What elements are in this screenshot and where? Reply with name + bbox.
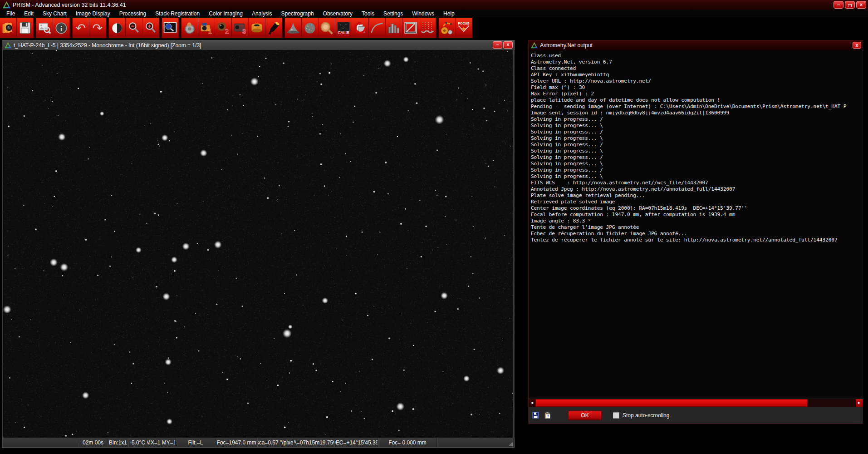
resize-grip[interactable] — [508, 442, 513, 446]
image-window-titlebar[interactable]: t_HAT-P-24b_L-5 | 3354x2529 - Monochrome… — [2, 40, 515, 50]
console-line: Class used — [531, 53, 863, 59]
star-field-image[interactable] — [3, 50, 513, 438]
mirror-icon[interactable] — [319, 18, 335, 38]
menu-processing[interactable]: Processing — [115, 10, 151, 18]
console-line: Echec de récuperation du fichier image J… — [531, 231, 863, 237]
menu-image-display[interactable]: Image Display — [71, 10, 115, 18]
image-inspect-icon[interactable] — [36, 18, 53, 38]
menu-tools[interactable]: Tools — [357, 10, 379, 18]
telescope-icon[interactable] — [265, 18, 282, 38]
open-image-icon[interactable] — [0, 18, 17, 38]
menu-color-imaging[interactable]: Color Imaging — [204, 10, 247, 18]
psf-peak-icon[interactable] — [285, 18, 302, 38]
scroll-right-arrow[interactable]: ► — [856, 399, 863, 407]
save-log-icon[interactable] — [532, 412, 539, 419]
grinding-wheel-icon[interactable] — [181, 18, 198, 38]
menu-help[interactable]: Help — [439, 10, 459, 18]
console-line: Field max (°) : 30 — [531, 84, 863, 91]
console-line: Plate solve image retrieval pending... — [531, 192, 863, 199]
astrometry-close-button[interactable]: x — [853, 42, 861, 49]
scrollbar-thumb[interactable] — [535, 399, 808, 407]
desktop: t_HAT-P-24b_L-5 | 3354x2529 - Monochrome… — [0, 38, 868, 454]
info-icon[interactable]: i — [53, 18, 70, 38]
image-minimize-button[interactable]: – — [493, 41, 502, 49]
console-line: Retrieved plate solved image — [531, 199, 863, 205]
toolbar-group: CALIB — [285, 18, 436, 38]
menu-analysis[interactable]: Analysis — [247, 10, 277, 18]
svg-text:↷: ↷ — [93, 21, 103, 35]
crop-frame-icon[interactable] — [402, 18, 419, 38]
svg-text:1: 1 — [208, 28, 212, 35]
menu-spectrograph[interactable]: Spectrograph — [277, 10, 319, 18]
menu-windows[interactable]: Windows — [407, 10, 439, 18]
autofocus-robot-icon[interactable] — [439, 18, 456, 38]
undo-icon[interactable]: ↶ — [73, 18, 89, 38]
camera-1-icon[interactable]: 1 — [198, 18, 215, 38]
astrometry-titlebar[interactable]: Astrometry.Net output x — [529, 40, 863, 50]
astrometry-bottom-bar: OK Stop auto-scrooling — [529, 407, 863, 424]
status-segment-8: RA=07h15m19.759s — [294, 438, 334, 447]
status-segment-5: Filt.=L — [176, 438, 216, 447]
ok-button[interactable]: OK — [568, 410, 602, 420]
calib-icon[interactable]: CALIB — [335, 18, 352, 38]
svg-text:↶: ↶ — [76, 21, 86, 35]
profile-cut-icon[interactable] — [419, 18, 436, 38]
response-curve-icon[interactable] — [369, 18, 386, 38]
scrollbar-track[interactable] — [535, 399, 856, 407]
zoom-out-icon[interactable] — [126, 18, 142, 38]
screen-magnifier-icon[interactable] — [162, 18, 179, 38]
menu-settings[interactable]: Settings — [379, 10, 407, 18]
console-line: Center image coordinates (eq 2000): RA=0… — [531, 205, 863, 212]
prism-logo-icon — [5, 42, 11, 49]
status-filler — [437, 438, 514, 447]
image-window-title: t_HAT-P-24b_L-5 | 3354x2529 - Monochrome… — [14, 42, 201, 49]
redo-icon[interactable]: ↷ — [89, 18, 106, 38]
menu-sky-chart[interactable]: Sky Chart — [38, 10, 71, 18]
toolbar-group — [109, 18, 159, 38]
stop-autoscroll-label: Stop auto-scrooling — [623, 412, 669, 419]
horizontal-scrollbar[interactable]: ◄ ► — [529, 399, 863, 407]
status-segment-7: sca=0.57 "/pixel — [257, 438, 294, 447]
camera-3-icon[interactable]: 3 — [232, 18, 249, 38]
svg-text:CALIB: CALIB — [338, 30, 349, 35]
status-segment-1: 02m 00s — [78, 438, 108, 447]
menu-file[interactable]: File — [2, 10, 20, 18]
stack-registration-icon[interactable] — [352, 18, 369, 38]
prism-logo-icon — [531, 42, 538, 49]
toolbar-group: FOCUS★ — [439, 18, 472, 38]
contrast-icon[interactable] — [109, 18, 126, 38]
svg-text:★: ★ — [461, 25, 466, 32]
restore-button[interactable] — [845, 1, 855, 9]
menu-edit[interactable]: Edit — [20, 10, 38, 18]
console-line: Solving in progress... \ — [531, 148, 863, 154]
toolbar: i↶↷123CALIBFOCUS★ — [0, 18, 868, 38]
toolbar-group — [162, 18, 179, 38]
console-line: Annotated Jpeg : http://nova.astrometry.… — [531, 186, 863, 192]
menu-stack-registration[interactable]: Stack-Registration — [151, 10, 204, 18]
console-line: Tente de charger l'image JPG annotée — [531, 224, 863, 231]
console-line: place latitude and day of datetime does … — [531, 97, 863, 104]
zoom-in-icon[interactable] — [142, 18, 159, 38]
image-window-body — [2, 50, 515, 438]
copy-clipboard-icon[interactable] — [544, 412, 551, 419]
focus-star-icon[interactable]: FOCUS★ — [456, 18, 472, 38]
image-close-button[interactable]: × — [503, 41, 513, 49]
focuser-ring-icon[interactable] — [249, 18, 265, 38]
camera-2-icon[interactable]: 2 — [215, 18, 232, 38]
save-icon[interactable] — [17, 18, 34, 38]
app-titlebar: PRISM - Advanced version 32 bits 11.4.36… — [0, 0, 868, 10]
scroll-left-arrow[interactable]: ◄ — [529, 399, 535, 407]
console-line: Image sent, session id : nmjydbzq0dby8jj… — [531, 110, 863, 116]
close-button[interactable]: × — [856, 1, 866, 9]
svg-text:3: 3 — [242, 28, 246, 35]
menu-bar: FileEditSky ChartImage DisplayProcessing… — [0, 10, 868, 18]
console-line: Solving in progress... / — [531, 142, 863, 148]
minimize-button[interactable]: – — [834, 1, 843, 9]
astrometry-console[interactable]: Class usedAstrometry.Net, version 6.7Cla… — [529, 50, 863, 399]
histogram-3d-icon[interactable] — [386, 18, 402, 38]
stop-autoscroll-checkbox[interactable] — [613, 412, 619, 419]
menu-observatory[interactable]: Observatory — [319, 10, 357, 18]
console-line: Solving in progress... / — [531, 116, 863, 123]
status-segment-10: Foc= 0.000 mm — [378, 438, 437, 447]
star-sphere-icon[interactable] — [302, 18, 319, 38]
